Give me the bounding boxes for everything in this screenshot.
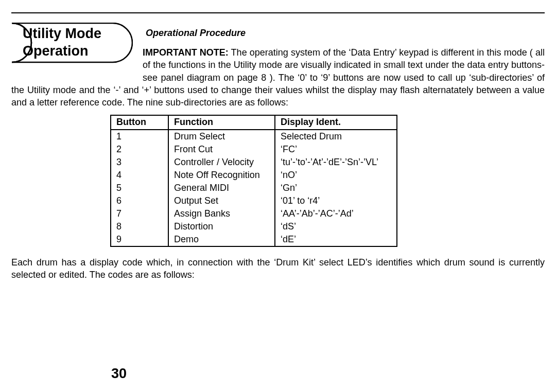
body-column: IMPORTANT NOTE: The operating system of …	[11, 46, 545, 281]
th-function: Function	[168, 115, 275, 129]
tab-wrap-spacer	[11, 46, 143, 76]
table-row: 9Demo‘dE’	[111, 233, 397, 246]
table-row: 8Distortion‘dS’	[111, 220, 397, 233]
table-row: 1Drum SelectSelected Drum	[111, 130, 397, 143]
table-row: 4Note Off Recognition‘nO’	[111, 169, 397, 182]
th-button: Button	[111, 115, 168, 129]
section-title-line1: Utility Mode	[23, 26, 101, 41]
table-row: 7Assign Banks‘AA’-’Ab’-’AC’-’Ad’	[111, 207, 397, 220]
subdirectory-table: Button Function Display Ident. 1Drum Sel…	[110, 115, 397, 246]
important-note-label: IMPORTANT NOTE:	[143, 47, 229, 58]
table-row: 2Front Cut‘FC’	[111, 143, 397, 156]
page-number: 30	[111, 366, 127, 382]
table-row: 5General MIDI‘Gn’	[111, 182, 397, 194]
section-subtitle: Operational Procedure	[146, 28, 246, 39]
paragraph-2: Each drum has a display code which, in c…	[11, 256, 545, 281]
top-rule	[11, 12, 545, 13]
paragraph-1: IMPORTANT NOTE: The operating system of …	[11, 46, 545, 109]
table-row: 6Output Set‘01’ to ‘r4’	[111, 194, 397, 207]
table-header-row: Button Function Display Ident.	[111, 115, 397, 129]
manual-page: Utility Mode Operation Operational Proce…	[0, 0, 556, 392]
th-display-ident: Display Ident.	[275, 115, 397, 129]
table-row: 3Controller / Velocity‘tu’-’to’-’At’-’dE…	[111, 156, 397, 169]
table-body: 1Drum SelectSelected Drum 2Front Cut‘FC’…	[111, 130, 397, 246]
